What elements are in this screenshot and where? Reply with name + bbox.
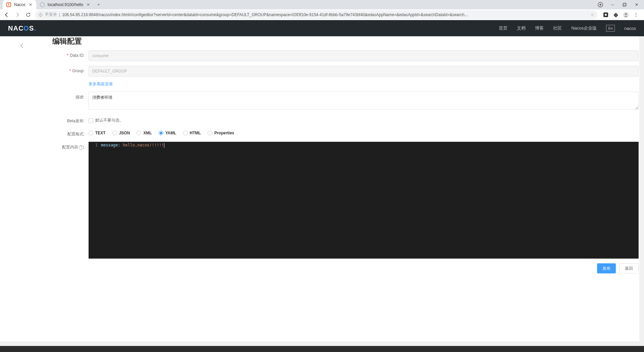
nacos-header: NACOS. 首页 文档 博客 社区 Nacos企业版 En nacos	[0, 20, 644, 36]
format-radio-group: TEXT JSON XML YAML HTML Properties	[89, 129, 639, 135]
publish-button[interactable]: 发布	[597, 263, 616, 273]
radio-html[interactable]: HTML	[183, 131, 201, 135]
advanced-options-link[interactable]: 更多高级选项	[89, 82, 113, 86]
label-format: 配置格式:	[52, 129, 89, 137]
menu-dots-icon[interactable]: ⋮	[633, 11, 639, 18]
help-icon[interactable]: ?	[79, 145, 84, 150]
form-row-group: *Group:	[52, 66, 639, 77]
tab-bar: Nacos ✕ localhost:9100/hello ✕ + ─ ✕	[0, 0, 644, 9]
beta-checkbox[interactable]	[89, 118, 93, 123]
horizontal-scrollbar[interactable]	[0, 341, 639, 346]
form-row-beta: Beta发布: 默认不要勾选。	[52, 116, 639, 124]
label-beta: Beta发布:	[52, 116, 89, 124]
form-row-advanced: 更多高级选项	[52, 81, 639, 87]
svg-point-9	[625, 13, 627, 15]
nav-enterprise[interactable]: Nacos企业版	[571, 25, 597, 31]
address-input[interactable]: 不安全 | 106.54.85.216:8848/nacos/index.htm…	[35, 10, 598, 19]
maximize-icon[interactable]	[620, 0, 629, 9]
cursor-icon	[164, 143, 164, 148]
svg-rect-2	[623, 4, 626, 6]
sidebar-collapse-icon[interactable]	[0, 43, 47, 50]
radio-yaml[interactable]: YAML	[159, 131, 176, 135]
group-input[interactable]	[89, 66, 639, 77]
separator: |	[59, 12, 60, 17]
nacos-logo[interactable]: NACOS.	[8, 25, 36, 32]
dataid-input[interactable]	[89, 50, 639, 61]
url-text: 106.54.85.216:8848/nacos/index.html#/con…	[62, 12, 589, 17]
profile-avatar-icon[interactable]	[623, 11, 629, 18]
browser-tab-nacos[interactable]: Nacos ✕	[3, 0, 36, 9]
radio-text[interactable]: TEXT	[89, 131, 106, 135]
radio-json[interactable]: JSON	[112, 131, 130, 135]
globe-favicon-icon	[40, 2, 45, 7]
label-dataid: *Data ID:	[52, 50, 89, 58]
svg-point-1	[600, 4, 601, 6]
svg-point-5	[40, 15, 41, 16]
form-row-description: 描述: 消费者环境	[52, 92, 639, 111]
account-icon[interactable]	[596, 0, 605, 9]
nav-community[interactable]: 社区	[553, 25, 562, 31]
page-title: 编辑配置	[52, 36, 639, 46]
insecure-icon	[38, 12, 43, 17]
content-area: 编辑配置 *Data ID: *Group: 更多高级选项 描述: 消费者	[47, 36, 644, 352]
extensions-puzzle-icon[interactable]	[612, 11, 619, 18]
nav-home[interactable]: 首页	[499, 25, 507, 31]
code-editor[interactable]: 1 message: hello,nacos!!!!!!	[89, 142, 639, 259]
username[interactable]: nacos	[624, 26, 636, 31]
label-description: 描述:	[52, 92, 89, 100]
security-label: 不安全	[45, 12, 57, 17]
form-footer: 发布 返回	[52, 263, 639, 273]
minimize-icon[interactable]: ─	[608, 0, 617, 9]
extension-icons: ⋮	[600, 11, 641, 18]
close-icon[interactable]: ✕	[86, 2, 91, 7]
label-content: 配置内容?:	[52, 142, 89, 259]
new-tab-button[interactable]: +	[94, 0, 103, 9]
main-layout: 编辑配置 *Data ID: *Group: 更多高级选项 描述: 消费者	[0, 36, 644, 352]
back-icon[interactable]	[3, 11, 11, 19]
form-row-format: 配置格式: TEXT JSON XML YAML HTML Properties	[52, 129, 639, 137]
radio-xml[interactable]: XML	[137, 131, 152, 135]
radio-properties[interactable]: Properties	[208, 131, 234, 135]
tab-title: localhost:9100/hello	[48, 2, 83, 7]
header-nav: 首页 文档 博客 社区 Nacos企业版 En nacos	[499, 25, 636, 32]
vertical-scrollbar[interactable]	[639, 36, 644, 352]
language-toggle[interactable]: En	[606, 25, 615, 32]
address-bar: 不安全 | 106.54.85.216:8848/nacos/index.htm…	[0, 9, 644, 20]
close-window-icon[interactable]: ✕	[632, 0, 641, 9]
extension-icon[interactable]	[602, 11, 609, 18]
tab-title: Nacos	[14, 2, 25, 7]
browser-chrome: Nacos ✕ localhost:9100/hello ✕ + ─ ✕	[0, 0, 644, 20]
nacos-favicon-icon	[6, 2, 11, 7]
os-taskbar	[0, 346, 644, 352]
editor-gutter: 1	[89, 142, 100, 258]
reload-icon[interactable]	[24, 11, 32, 19]
bookmark-star-icon[interactable]: ☆	[591, 12, 594, 17]
form-row-content: 配置内容?: 1 message: hello,nacos!!!!!!	[52, 142, 639, 259]
window-controls: ─ ✕	[596, 0, 644, 9]
sidebar	[0, 36, 47, 352]
label-group: *Group:	[52, 66, 89, 73]
beta-hint: 默认不要勾选。	[95, 118, 123, 123]
nav-docs[interactable]: 文档	[517, 25, 526, 31]
browser-tab-localhost[interactable]: localhost:9100/hello ✕	[36, 0, 94, 9]
svg-rect-3	[624, 3, 626, 6]
svg-point-7	[605, 14, 607, 16]
back-button[interactable]: 返回	[619, 263, 639, 273]
forward-icon[interactable]	[13, 11, 21, 19]
nav-blog[interactable]: 博客	[535, 25, 544, 31]
description-textarea[interactable]: 消费者环境	[89, 92, 639, 110]
editor-area[interactable]: message: hello,nacos!!!!!!	[100, 142, 638, 258]
close-icon[interactable]: ✕	[28, 2, 33, 7]
form-row-dataid: *Data ID:	[52, 50, 639, 61]
